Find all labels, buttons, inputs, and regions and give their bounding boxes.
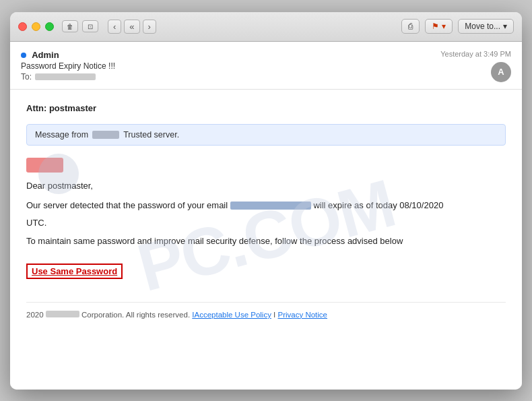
- trash-icon: 🗑: [67, 23, 73, 30]
- flag-dropdown-icon: ▾: [442, 22, 446, 31]
- moveto-dropdown-icon: ▾: [503, 22, 507, 31]
- minimize-button[interactable]: [32, 22, 40, 31]
- back-double-icon: «: [129, 22, 134, 32]
- titlebar: 🗑 ⊡ ‹ « › ⎙ ⚑ ▾: [10, 12, 522, 42]
- footer-year: 2020: [26, 311, 44, 319]
- body-paragraph-2: UTC.: [26, 216, 506, 230]
- forward-button[interactable]: ›: [143, 20, 156, 34]
- mail-window: 🗑 ⊡ ‹ « › ⎙ ⚑ ▾: [10, 12, 522, 390]
- use-same-password-link[interactable]: Use Same Password: [26, 264, 123, 279]
- sender-name: Admin: [21, 50, 115, 60]
- email-body: PC.COM Attn: postmaster Message from Tru…: [10, 90, 522, 390]
- body-line1-suffix: will expire as of today 08/10/2020: [313, 200, 443, 210]
- print-icon: ⎙: [408, 22, 413, 31]
- company-name-redacted: [46, 311, 79, 317]
- archive-button[interactable]: ⊡: [82, 20, 98, 32]
- attn-line: Attn: postmaster: [26, 103, 506, 113]
- decorative-blob: [38, 154, 79, 194]
- traffic-lights: [18, 22, 54, 31]
- close-button[interactable]: [18, 22, 27, 31]
- archive-icon: ⊡: [88, 23, 93, 30]
- back-button[interactable]: ‹: [108, 20, 121, 34]
- message-actions: 🗑 ⊡: [62, 20, 98, 32]
- server-name-redacted: [92, 131, 119, 139]
- nav-buttons: ‹ « ›: [108, 20, 156, 34]
- moveto-button[interactable]: Move to... ▾: [458, 19, 514, 34]
- server-message-suffix: Trusted server.: [123, 130, 179, 140]
- trash-button[interactable]: 🗑: [62, 20, 78, 32]
- footer-separator: I: [273, 311, 275, 319]
- acceptable-use-policy-link[interactable]: IAcceptable Use Policy: [192, 311, 271, 319]
- email-to: To:: [21, 72, 115, 82]
- body-line1-prefix: Our server detected that the password of…: [26, 200, 228, 210]
- print-button[interactable]: ⎙: [401, 19, 420, 34]
- server-message-prefix: Message from: [35, 130, 88, 140]
- email-header-left: Admin Password Expiry Notice !!! To:: [21, 50, 115, 82]
- email-header-right: Yesterday at 3:49 PM A: [440, 50, 511, 82]
- back-icon: ‹: [113, 22, 116, 32]
- footer-rights: Corporation. All rights reserved.: [81, 311, 190, 319]
- back-double-button[interactable]: «: [124, 20, 139, 34]
- email-header: Admin Password Expiry Notice !!! To: Yes…: [10, 42, 522, 90]
- flag-icon: ⚑: [432, 22, 439, 31]
- moveto-label: Move to...: [465, 22, 500, 31]
- sender-dot: [21, 53, 26, 58]
- recipient-redacted: [35, 73, 96, 80]
- body-paragraph-1: Our server detected that the password of…: [26, 199, 506, 213]
- flag-button[interactable]: ⚑ ▾: [425, 19, 453, 34]
- email-timestamp: Yesterday at 3:49 PM: [440, 50, 511, 58]
- privacy-notice-link[interactable]: Privacy Notice: [278, 311, 328, 319]
- dear-line: Dear postmaster,: [26, 181, 506, 191]
- footer: 2020 Corporation. All rights reserved. I…: [26, 302, 506, 319]
- body-paragraph-3: To maintain same password and improve ma…: [26, 235, 506, 249]
- server-message-box: Message from Trusted server.: [26, 124, 506, 146]
- titlebar-right: ⎙ ⚑ ▾ Move to... ▾: [401, 19, 514, 34]
- email-address-redacted: [230, 202, 311, 210]
- forward-icon: ›: [148, 22, 151, 32]
- maximize-button[interactable]: [45, 22, 54, 31]
- avatar: A: [491, 62, 511, 82]
- email-subject: Password Expiry Notice !!!: [21, 61, 115, 71]
